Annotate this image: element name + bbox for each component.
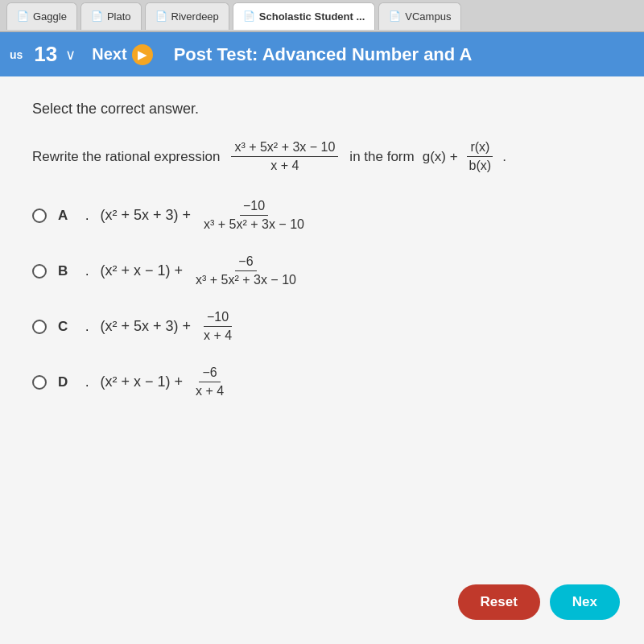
page-title: Post Test: Advanced Number and A <box>174 44 634 65</box>
choice-b-main: (x² + x − 1) + <box>100 262 183 279</box>
form-fraction-den: b(x) <box>466 157 495 173</box>
tab-plato[interactable]: 📄 Plato <box>80 2 142 30</box>
answer-choices: A . (x² + 5x + 3) + −10 x³ + 5x² + 3x − … <box>32 199 612 398</box>
bottom-bar: Reset Nex <box>458 584 621 620</box>
choice-c-frac-num: −10 <box>204 310 232 327</box>
choice-d-frac-num: −6 <box>199 365 220 382</box>
choice-a-fraction: −10 x³ + 5x² + 3x − 10 <box>200 199 308 232</box>
question-numerator: x³ + 5x² + 3x − 10 <box>231 140 338 157</box>
next-circle-icon: ▶ <box>132 44 153 65</box>
toolbar: us 13 ∨ Next ▶ Post Test: Advanced Numbe… <box>0 32 644 76</box>
tab-label: Gaggle <box>33 10 67 23</box>
radio-a[interactable] <box>32 208 47 223</box>
period-c: . <box>85 320 89 334</box>
choice-b-frac-num: −6 <box>235 254 256 271</box>
tab-scholastic[interactable]: 📄 Scholastic Student ... <box>233 2 375 30</box>
question-intro: Rewrite the rational expression <box>32 149 220 165</box>
page-icon: 📄 <box>155 10 167 22</box>
page-icon: 📄 <box>389 10 401 22</box>
form-gx: g(x) + <box>423 149 458 165</box>
page-icon: 📄 <box>91 10 103 22</box>
reset-button[interactable]: Reset <box>458 584 540 620</box>
choice-a-main: (x² + 5x + 3) + <box>100 207 191 224</box>
page-icon: 📄 <box>243 10 255 22</box>
main-content: Select the correct answer. Rewrite the r… <box>0 76 644 644</box>
tab-label: Riverdeep <box>171 10 219 23</box>
next-button[interactable]: Next ▶ <box>92 44 152 65</box>
question-text: Rewrite the rational expression x³ + 5x²… <box>32 140 612 173</box>
choice-b-fraction: −6 x³ + 5x² + 3x − 10 <box>192 254 299 287</box>
choice-d-expr: (x² + x − 1) + −6 x + 4 <box>100 365 230 398</box>
form-fraction: r(x) b(x) <box>466 140 495 173</box>
radio-d[interactable] <box>32 375 47 390</box>
choice-a: A . (x² + 5x + 3) + −10 x³ + 5x² + 3x − … <box>32 199 612 232</box>
choice-b: B . (x² + x − 1) + −6 x³ + 5x² + 3x − 10 <box>32 254 612 287</box>
choice-a-label: A <box>58 208 74 224</box>
choice-b-label: B <box>58 263 74 279</box>
bus-label: us <box>10 48 23 61</box>
question-fraction: x³ + 5x² + 3x − 10 x + 4 <box>231 140 338 173</box>
period-d: . <box>85 375 89 390</box>
choice-a-frac-den: x³ + 5x² + 3x − 10 <box>200 216 308 232</box>
tab-riverdeep[interactable]: 📄 Riverdeep <box>145 2 229 30</box>
choice-a-frac-num: −10 <box>240 199 268 216</box>
choice-c-fraction: −10 x + 4 <box>200 310 235 343</box>
tab-gaggle[interactable]: 📄 Gaggle <box>6 2 77 30</box>
choice-c-main: (x² + 5x + 3) + <box>100 318 191 335</box>
form-period: . <box>502 149 506 165</box>
choice-a-expr: (x² + 5x + 3) + −10 x³ + 5x² + 3x − 10 <box>100 199 311 232</box>
choice-d: D . (x² + x − 1) + −6 x + 4 <box>32 365 612 398</box>
next-label: Next <box>92 45 126 64</box>
next-page-button[interactable]: Nex <box>550 584 620 620</box>
period-a: . <box>85 208 89 223</box>
choice-b-frac-den: x³ + 5x² + 3x − 10 <box>192 271 299 287</box>
question-form-text: in the form <box>349 149 414 165</box>
radio-c[interactable] <box>32 320 47 334</box>
question-denominator: x + 4 <box>267 157 302 173</box>
chevron-down-icon[interactable]: ∨ <box>65 46 76 64</box>
choice-c: C . (x² + 5x + 3) + −10 x + 4 <box>32 310 612 343</box>
period-b: . <box>85 264 89 279</box>
choice-c-label: C <box>58 319 74 335</box>
choice-d-frac-den: x + 4 <box>192 382 227 398</box>
question-block: Rewrite the rational expression x³ + 5x²… <box>32 140 612 398</box>
choice-c-frac-den: x + 4 <box>200 327 235 343</box>
tab-label: VCampus <box>405 10 451 23</box>
choice-d-fraction: −6 x + 4 <box>192 365 227 398</box>
tab-label: Plato <box>107 10 131 23</box>
radio-b[interactable] <box>32 264 47 279</box>
form-expression: g(x) + r(x) b(x) . <box>423 140 506 173</box>
tab-label: Scholastic Student ... <box>259 10 365 23</box>
choice-d-label: D <box>58 374 74 390</box>
instruction-text: Select the correct answer. <box>32 101 612 118</box>
choice-b-expr: (x² + x − 1) + −6 x³ + 5x² + 3x − 10 <box>100 254 303 287</box>
question-number: 13 <box>34 42 57 67</box>
tab-bar: 📄 Gaggle 📄 Plato 📄 Riverdeep 📄 Scholasti… <box>0 0 644 32</box>
choice-c-expr: (x² + 5x + 3) + −10 x + 4 <box>100 310 238 343</box>
choice-d-main: (x² + x − 1) + <box>100 374 183 390</box>
form-fraction-num: r(x) <box>467 140 493 157</box>
page-icon: 📄 <box>17 10 29 22</box>
tab-vcampus[interactable]: 📄 VCampus <box>378 2 461 30</box>
